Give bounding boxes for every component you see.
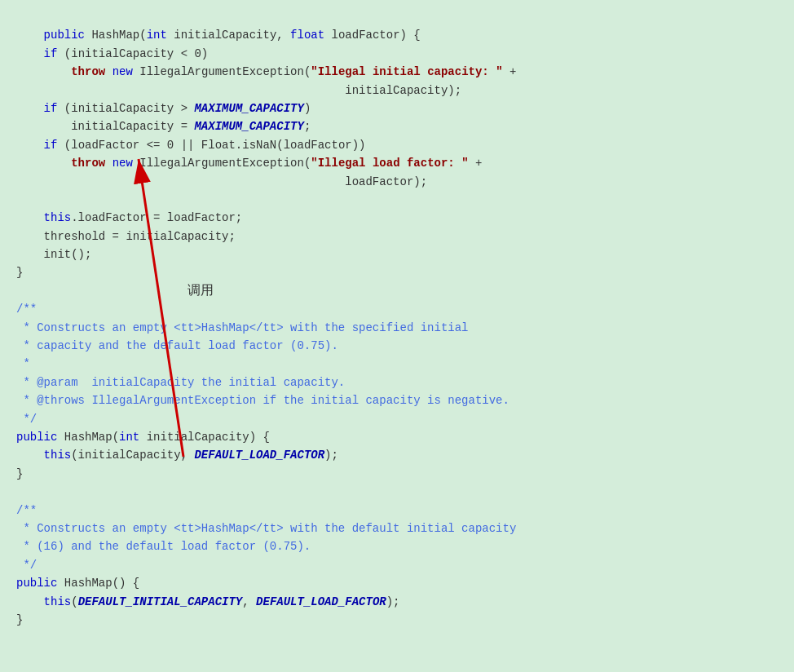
code-display: public HashMap(int initialCapacity, floa…: [16, 8, 778, 629]
line-1: public HashMap(int initialCapacity, floa…: [16, 29, 516, 626]
annotation-label: 调用: [187, 280, 214, 301]
